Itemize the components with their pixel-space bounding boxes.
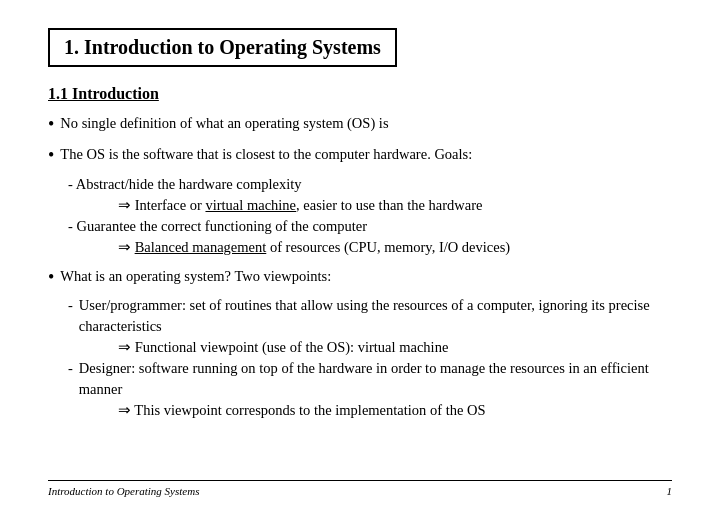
sub1-dash1: - Abstract/hide the hardware complexity bbox=[68, 174, 672, 195]
bullet-dot-2: • bbox=[48, 144, 54, 167]
bullet-text-3: What is an operating system? Two viewpoi… bbox=[60, 266, 672, 287]
footer-right: 1 bbox=[667, 485, 673, 497]
sub3-dash2: - Designer: software running on top of t… bbox=[68, 358, 672, 400]
bullet-text-2: The OS is the software that is closest t… bbox=[60, 144, 672, 165]
section-title-text: 1.1 Introduction bbox=[48, 85, 159, 102]
bullet-1: • No single definition of what an operat… bbox=[48, 113, 672, 136]
bullet-3-sub2: - Designer: software running on top of t… bbox=[48, 358, 672, 421]
balanced-management-link: Balanced management bbox=[135, 239, 267, 255]
section-title: 1.1 Introduction bbox=[48, 85, 672, 103]
dash-icon-2: - bbox=[68, 358, 73, 379]
sub3-dash2-text: Designer: software running on top of the… bbox=[79, 358, 672, 400]
sub3-arrow1: ⇒ Functional viewpoint (use of the OS): … bbox=[68, 337, 672, 358]
dash-icon-1: - bbox=[68, 295, 73, 316]
sub2-arrow1: ⇒ Balanced management of resources (CPU,… bbox=[68, 237, 672, 258]
bullet-2-sub2: - Guarantee the correct functioning of t… bbox=[48, 216, 672, 258]
bullet-text-1: No single definition of what an operatin… bbox=[60, 113, 672, 134]
bullet-2-sub1: - Abstract/hide the hardware complexity … bbox=[48, 174, 672, 216]
sub3-dash1: - User/programmer: set of routines that … bbox=[68, 295, 672, 337]
sub2-dash1: - Guarantee the correct functioning of t… bbox=[68, 216, 672, 237]
page: 1. Introduction to Operating Systems 1.1… bbox=[0, 0, 720, 509]
sub3-dash1-text: User/programmer: set of routines that al… bbox=[79, 295, 672, 337]
bullet-3-sub1: - User/programmer: set of routines that … bbox=[48, 295, 672, 358]
virtual-machine-link: virtual machine bbox=[205, 197, 296, 213]
bullet-dot-1: • bbox=[48, 113, 54, 136]
sub3-arrow2: ⇒ This viewpoint corresponds to the impl… bbox=[68, 400, 672, 421]
bullet-2: • The OS is the software that is closest… bbox=[48, 144, 672, 257]
content-area: • No single definition of what an operat… bbox=[48, 113, 672, 421]
footer-left: Introduction to Operating Systems bbox=[48, 485, 199, 497]
main-title: 1. Introduction to Operating Systems bbox=[48, 28, 397, 67]
bullet-dot-3: • bbox=[48, 266, 54, 289]
main-title-text: 1. Introduction to Operating Systems bbox=[64, 36, 381, 58]
footer: Introduction to Operating Systems 1 bbox=[48, 480, 672, 497]
bullet-3: • What is an operating system? Two viewp… bbox=[48, 266, 672, 421]
sub1-arrow1: ⇒ Interface or virtual machine, easier t… bbox=[68, 195, 672, 216]
